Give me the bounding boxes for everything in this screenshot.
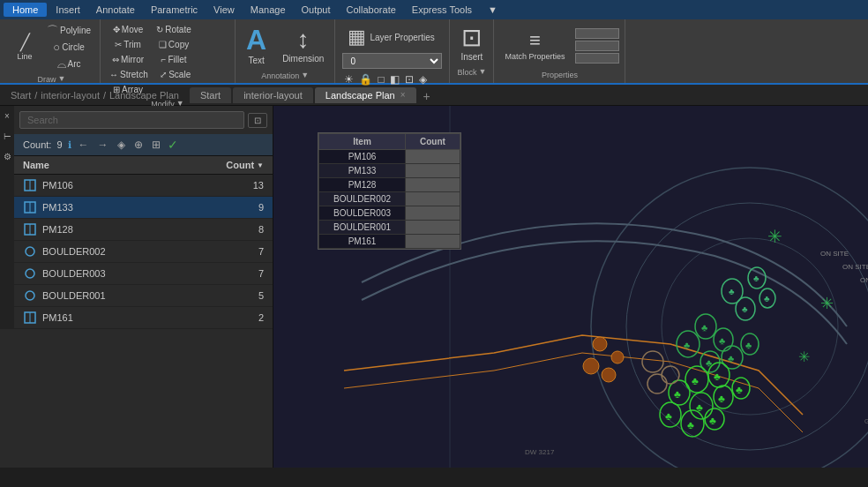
svg-text:♣: ♣ [714, 371, 721, 383]
trim-button[interactable]: ✂ Trim [106, 38, 150, 51]
side-close-button[interactable]: × [3, 109, 11, 123]
layer-icon-4[interactable]: ◧ [388, 72, 401, 86]
table-header: Name Count ▼ [14, 156, 273, 175]
side-icon-bar: × ⊢ ⚙ [0, 106, 14, 329]
panel-action-button[interactable]: ⊡ [248, 113, 267, 128]
side-pin-button[interactable]: ⊢ [2, 130, 13, 143]
count-bar: Count: 9 ℹ ← → ◈ ⊕ ⊞ ✓ [14, 134, 273, 156]
col-count-header[interactable]: Count ▼ [211, 160, 264, 170]
tab-interior[interactable]: interior-layout [233, 87, 313, 103]
move-label: Move [122, 25, 143, 34]
info-icon[interactable]: ℹ [68, 139, 71, 151]
svg-text:♣: ♣ [729, 287, 735, 296]
layer-icon-5[interactable]: ⊡ [403, 72, 415, 86]
mirror-button[interactable]: ⇔ Mirror [106, 53, 150, 66]
tab-landscape-label: Landscape Plan [326, 90, 395, 101]
svg-text:♣: ♣ [728, 353, 734, 363]
tab-landscape[interactable]: Landscape Plan × [315, 87, 416, 103]
float-table: Item Count PM106 PM133 PM128 [318, 132, 461, 250]
circle-button[interactable]: ○ Circle [43, 40, 94, 55]
polyline-button[interactable]: ⌒ Polyline [43, 23, 94, 38]
breadcrumb-start[interactable]: Start [11, 90, 31, 101]
table-row[interactable]: BOULDER001 5 [14, 285, 273, 307]
table-body: PM106 13 PM133 9 PM128 8 [14, 175, 273, 329]
menu-express-tools[interactable]: Express Tools [405, 3, 479, 17]
insert-button[interactable]: ⊡ Insert [455, 23, 488, 64]
line-button[interactable]: ╱ Line [9, 33, 41, 63]
search-input[interactable] [19, 111, 244, 129]
menu-collaborate[interactable]: Collaborate [340, 3, 403, 17]
arc-button[interactable]: ⌓ Arc [43, 56, 94, 71]
tab-start-label: Start [200, 90, 221, 101]
text-button[interactable]: A Text [241, 23, 272, 68]
highlight-button[interactable]: ◈ [116, 139, 127, 151]
new-tab-button[interactable]: + [418, 89, 436, 103]
stretch-button[interactable]: ↔ Stretch [106, 68, 152, 81]
table-row[interactable]: BOULDER003 7 [14, 263, 273, 285]
scale-label: Scale [168, 70, 191, 79]
row-icon-0 [23, 178, 37, 192]
properties-label: Properties [542, 71, 578, 79]
linetype-dropdown[interactable] [575, 53, 619, 64]
color-dropdown[interactable] [575, 41, 619, 51]
side-settings-button[interactable]: ⚙ [2, 150, 13, 163]
layer-select[interactable]: 0 [342, 53, 442, 69]
block-expand-icon[interactable]: ▼ [478, 67, 486, 76]
match-properties-button[interactable]: ≡ Match Properties [499, 28, 570, 64]
scale-button[interactable]: ⤢ Scale [153, 68, 198, 81]
move-button[interactable]: ✥ Move [106, 23, 150, 36]
float-table-item-header: Item [319, 134, 406, 150]
svg-text:♣: ♣ [764, 294, 770, 303]
layer-icon-3[interactable]: □ [376, 72, 385, 86]
menu-annotate[interactable]: Annotate [89, 3, 142, 17]
svg-point-63 [593, 337, 607, 351]
annotation-expand-icon[interactable]: ▼ [301, 71, 309, 79]
by-layer-dropdown[interactable] [575, 28, 619, 39]
table-row[interactable]: PM161 2 [14, 307, 273, 329]
layer-icon-1[interactable]: ☀ [342, 72, 355, 86]
table-row[interactable]: PM133 9 [14, 197, 273, 219]
tab-landscape-close[interactable]: × [400, 90, 406, 100]
menu-output[interactable]: Output [295, 3, 338, 17]
fillet-button[interactable]: ⌐ Fillet [152, 53, 196, 66]
scale-icon: ⤢ [160, 70, 167, 79]
table-row[interactable]: PM128 8 [14, 219, 273, 241]
float-row-count-5 [406, 221, 460, 235]
move-icon: ✥ [113, 25, 120, 34]
menu-view[interactable]: View [206, 3, 242, 17]
nav-next-button[interactable]: → [96, 139, 110, 151]
layer-icon-2[interactable]: 🔒 [357, 72, 374, 86]
grid-button[interactable]: ⊞ [150, 139, 162, 151]
count-value: 9 [56, 139, 62, 150]
rotate-button[interactable]: ↻ Rotate [152, 23, 196, 36]
check-icon[interactable]: ✓ [168, 138, 178, 152]
table-row[interactable]: PM106 13 [14, 175, 273, 197]
svg-text:ON SITE: ON SITE [820, 250, 849, 258]
canvas-area[interactable]: ON SITE ON SITE ON SITE ♣ ♣ ♣ ♣ [273, 106, 868, 468]
menu-parametric[interactable]: Parametric [144, 3, 205, 17]
table-row[interactable]: BOULDER002 7 [14, 241, 273, 263]
breadcrumb-landscape[interactable]: Landscape Plan [109, 90, 179, 101]
svg-text:♣: ♣ [687, 419, 694, 431]
float-row-item-4: BOULDER003 [319, 206, 406, 221]
menu-insert[interactable]: Insert [49, 3, 87, 17]
zoom-button[interactable]: ⊕ [132, 139, 145, 151]
tab-start[interactable]: Start [190, 87, 231, 103]
menu-more[interactable]: ▼ [481, 3, 505, 17]
copy-button[interactable]: ❑ Copy [152, 38, 196, 51]
float-row-count-0 [406, 150, 460, 164]
row-name-0: PM106 [42, 180, 211, 191]
float-table-row: BOULDER003 [319, 206, 460, 221]
svg-text:ON SITE: ON SITE [860, 276, 868, 284]
nav-prev-button[interactable]: ← [77, 139, 91, 151]
layer-icon-6[interactable]: ◈ [417, 72, 429, 86]
layer-properties-button[interactable]: ▦ Layer Properties [342, 23, 439, 51]
draw-expand-icon[interactable]: ▼ [58, 74, 66, 83]
menu-manage[interactable]: Manage [243, 3, 293, 17]
block-group: ⊡ Insert Block ▼ [450, 19, 494, 83]
menu-home[interactable]: Home [4, 3, 47, 17]
count-label: Count: [23, 139, 51, 150]
float-table-row: PM161 [319, 235, 460, 249]
dimension-button[interactable]: ↕ Dimension [277, 25, 329, 66]
breadcrumb-interior[interactable]: interior-layout [41, 90, 100, 101]
